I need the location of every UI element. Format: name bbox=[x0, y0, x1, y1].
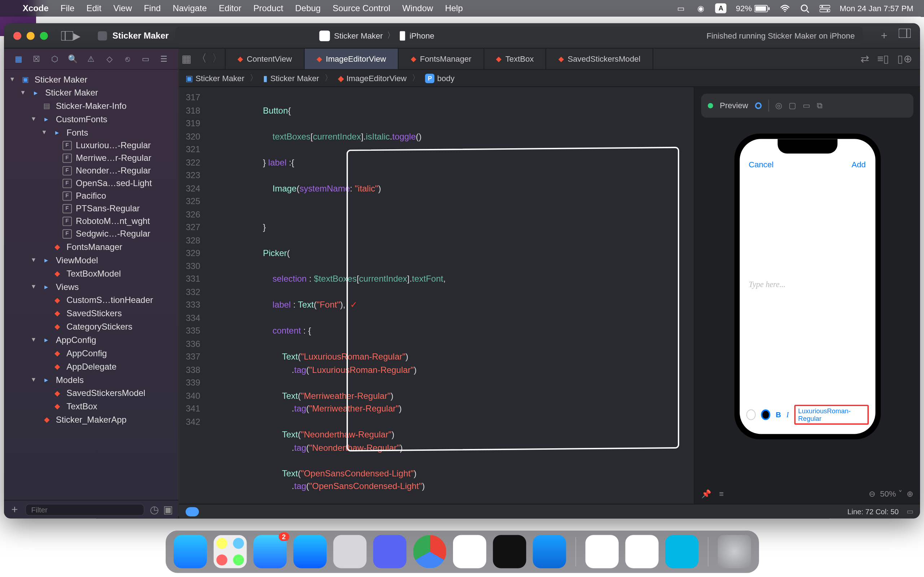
preview-options-icon[interactable]: ≡ bbox=[719, 489, 724, 498]
canvas-device-icon[interactable]: ▢ bbox=[789, 101, 796, 110]
jump-folder[interactable]: Sticker Maker bbox=[270, 74, 319, 83]
tree-row[interactable]: ▼▸Sticker Maker bbox=[4, 86, 178, 99]
tree-row[interactable]: ◆TextBox bbox=[4, 400, 178, 413]
dock-messenger[interactable] bbox=[625, 535, 658, 568]
source-control-navigator-icon[interactable]: ☒ bbox=[31, 54, 43, 63]
code-content[interactable]: Button{ textBoxes[currentIndex].isItalic… bbox=[205, 87, 694, 504]
menu-find[interactable]: Find bbox=[144, 3, 161, 13]
tree-row[interactable]: ◆AppDelegate bbox=[4, 359, 178, 373]
editor-tab[interactable]: ◆FontsManager bbox=[399, 49, 485, 69]
test-navigator-icon[interactable]: ◇ bbox=[103, 54, 115, 63]
tree-row[interactable]: ▼▸ViewModel bbox=[4, 253, 178, 266]
tree-row[interactable]: FPacifico bbox=[4, 189, 178, 202]
dock-chrome[interactable] bbox=[413, 535, 446, 568]
menu-file[interactable]: File bbox=[61, 3, 75, 13]
find-navigator-icon[interactable]: 🔍 bbox=[67, 54, 79, 63]
disclosure-icon[interactable]: ▼ bbox=[31, 337, 37, 343]
tree-row[interactable]: ◆Sticker_MakerApp bbox=[4, 413, 178, 426]
tree-row[interactable]: ◆SavedStickers bbox=[4, 306, 178, 320]
clock[interactable]: Mon 24 Jan 7:57 PM bbox=[840, 3, 913, 13]
nav-back-icon[interactable]: 〈 bbox=[196, 52, 207, 66]
tree-row[interactable]: FOpenSa…sed-Light bbox=[4, 177, 178, 189]
zoom-out-icon[interactable]: ⊖ bbox=[869, 489, 875, 498]
editor-tab[interactable]: ◆ContentView bbox=[226, 49, 305, 69]
app-menu[interactable]: Xcode bbox=[23, 3, 49, 13]
tree-row[interactable]: ▼▣Sticker Maker bbox=[4, 73, 178, 86]
tree-row[interactable]: ▼▸Views bbox=[4, 280, 178, 293]
tree-row[interactable]: FPTSans-Regular bbox=[4, 202, 178, 214]
source-editor[interactable]: 3173183193203213223233243253263273283293… bbox=[179, 87, 694, 504]
tree-row[interactable]: ◆SavedStickersModel bbox=[4, 386, 178, 400]
tree-row[interactable]: ▤Sticker-Maker-Info bbox=[4, 99, 178, 113]
tree-row[interactable]: ◆FontsManager bbox=[4, 240, 178, 253]
recent-filter-icon[interactable]: ◷ bbox=[150, 503, 159, 516]
add-button[interactable]: Add bbox=[851, 160, 866, 169]
related-items-icon[interactable]: ▦ bbox=[181, 53, 192, 65]
control-center-icon[interactable] bbox=[820, 3, 830, 13]
canvas-duplicate-icon[interactable]: ⧉ bbox=[817, 101, 823, 110]
menu-source-control[interactable]: Source Control bbox=[333, 3, 391, 13]
add-file-icon[interactable]: ＋ bbox=[10, 502, 20, 516]
scheme-selector[interactable]: Sticker Maker 〉 iPhone bbox=[320, 30, 434, 41]
disclosure-icon[interactable]: ▼ bbox=[20, 89, 26, 95]
disclosure-icon[interactable]: ▼ bbox=[31, 116, 37, 122]
disclosure-icon[interactable]: ▼ bbox=[10, 76, 16, 82]
preview-device[interactable]: Cancel Add Type here... B bbox=[695, 121, 920, 484]
dock-mail[interactable]: 2 bbox=[253, 535, 286, 568]
preview-selected-icon[interactable] bbox=[755, 102, 761, 109]
tree-row[interactable]: FNeonder…-Regular bbox=[4, 164, 178, 177]
compare-icon[interactable]: ⇄ bbox=[861, 53, 869, 65]
zoom-value[interactable]: 50% bbox=[880, 489, 896, 498]
screen-mirror-icon[interactable]: ▭ bbox=[675, 3, 686, 13]
jump-symbol[interactable]: body bbox=[437, 74, 454, 83]
zoom-window-button[interactable] bbox=[40, 32, 48, 40]
italic-toggle[interactable]: I bbox=[787, 411, 789, 419]
dock-custom-app[interactable] bbox=[452, 535, 486, 568]
debug-navigator-icon[interactable]: ⎋ bbox=[122, 54, 134, 63]
color-black-selected[interactable] bbox=[761, 409, 771, 420]
font-picker-button[interactable]: LuxuriousRoman-Regular bbox=[794, 405, 868, 424]
tree-row[interactable]: ▼▸Fonts bbox=[4, 126, 178, 139]
toggle-debug-area-icon[interactable]: ▭ bbox=[907, 507, 913, 516]
menu-product[interactable]: Product bbox=[254, 3, 283, 13]
close-window-button[interactable] bbox=[13, 32, 21, 40]
toggle-inspector-icon[interactable] bbox=[899, 29, 911, 43]
color-white[interactable] bbox=[746, 409, 756, 420]
jump-file[interactable]: ImageEditorView bbox=[347, 74, 407, 83]
nav-forward-icon[interactable]: 〉 bbox=[212, 52, 222, 66]
filter-options[interactable]: ◷ ▣ bbox=[150, 503, 173, 516]
tree-row[interactable]: ◆TextBoxModel bbox=[4, 266, 178, 280]
issue-navigator-icon[interactable]: ⚠ bbox=[85, 54, 97, 63]
cancel-button[interactable]: Cancel bbox=[749, 160, 774, 169]
dock-finder[interactable] bbox=[173, 535, 207, 568]
dock-xcode[interactable] bbox=[532, 535, 565, 568]
tree-row[interactable]: ◆CustomS…tionHeader bbox=[4, 293, 178, 306]
dock-trash[interactable] bbox=[717, 535, 751, 568]
filter-input[interactable] bbox=[25, 503, 144, 515]
jump-bar[interactable]: ▣ Sticker Maker 〉 ▮ Sticker Maker 〉 ◆ Im… bbox=[179, 70, 920, 87]
dock-vlc[interactable] bbox=[585, 535, 618, 568]
menu-help[interactable]: Help bbox=[445, 3, 463, 13]
tree-row[interactable]: FMerriwe…r-Regular bbox=[4, 152, 178, 164]
menu-navigate[interactable]: Navigate bbox=[173, 3, 207, 13]
breakpoint-navigator-icon[interactable]: ▭ bbox=[140, 54, 152, 63]
menu-debug[interactable]: Debug bbox=[295, 3, 321, 13]
file-tree[interactable]: ▼▣Sticker Maker▼▸Sticker Maker▤Sticker-M… bbox=[4, 70, 178, 500]
tree-row[interactable]: ◆CategoryStickers bbox=[4, 319, 178, 333]
disclosure-icon[interactable]: ▼ bbox=[31, 283, 37, 290]
menu-editor[interactable]: Editor bbox=[219, 3, 241, 13]
spotlight-icon[interactable] bbox=[800, 3, 810, 13]
battery-status[interactable]: 92% bbox=[736, 3, 771, 13]
editor-tab[interactable]: ◆ImageEditorView bbox=[305, 49, 399, 69]
tree-row[interactable]: ◆AppConfig bbox=[4, 346, 178, 359]
tree-row[interactable]: ▼▸AppConfig bbox=[4, 333, 178, 346]
zoom-in-icon[interactable]: ⊕ bbox=[907, 489, 913, 498]
toggle-navigator-icon[interactable] bbox=[61, 31, 73, 40]
adjust-editor-icon[interactable]: ≡▯ bbox=[877, 53, 889, 65]
menu-view[interactable]: View bbox=[113, 3, 132, 13]
dock-launchpad[interactable] bbox=[213, 535, 247, 568]
keyboard-input-icon[interactable]: A bbox=[716, 3, 727, 13]
add-editor-right-icon[interactable]: ▯⊕ bbox=[897, 53, 912, 65]
tree-row[interactable]: FSedgwic…-Regular bbox=[4, 227, 178, 240]
dock-settings[interactable] bbox=[333, 535, 366, 568]
